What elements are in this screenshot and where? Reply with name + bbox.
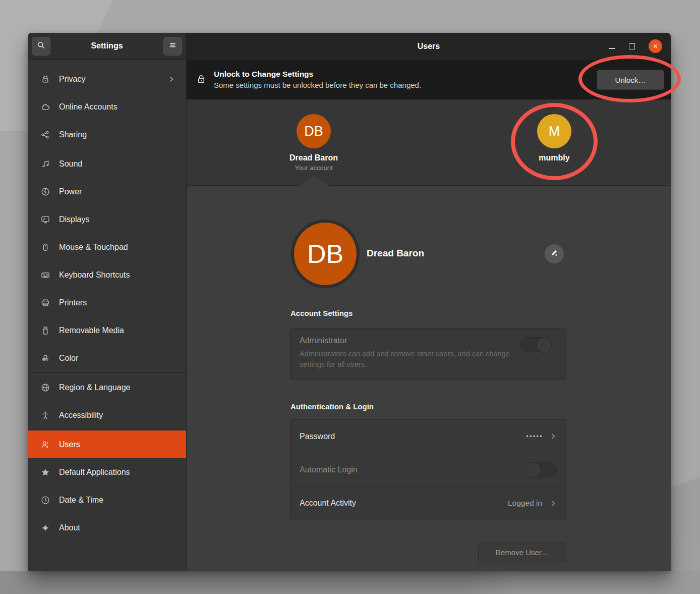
sidebar-item-label: Displays (59, 215, 175, 224)
users-icon (41, 440, 50, 449)
app-title: Settings (50, 41, 163, 50)
menu-button[interactable] (163, 37, 182, 56)
current-user-subtitle: Your account (273, 164, 354, 172)
page-title: Users (418, 42, 440, 51)
sidebar-item-label: Keyboard Shortcuts (59, 271, 175, 280)
password-label: Password (300, 432, 526, 441)
sidebar-item-label: Sharing (59, 130, 175, 139)
account-activity-value: Logged in (508, 499, 542, 508)
accessibility-icon (41, 411, 50, 420)
close-button[interactable] (649, 39, 662, 53)
sidebar-item-label: About (59, 523, 175, 532)
sidebar-item-label: Sound (59, 159, 175, 169)
sidebar-item-label: Printers (59, 298, 175, 307)
sound-icon (41, 159, 50, 169)
profile-name: Dread Baron (367, 248, 424, 259)
remove-user-button[interactable]: Remove User… (478, 543, 566, 562)
sidebar-item-color[interactable]: Color (28, 344, 186, 372)
user-carousel: DB Dread Baron Your account M mumbly (187, 99, 671, 186)
unlock-banner-text: Unlock to Change Settings Some settings … (214, 70, 421, 89)
sidebar-item-printers[interactable]: Printers (28, 289, 186, 316)
sidebar-item-region-language[interactable]: Region & Language (28, 373, 186, 401)
sidebar-item-label: Accessibility (59, 411, 175, 420)
content-headerbar: Users (187, 33, 671, 60)
user-chip-mumbly[interactable]: M mumbly (514, 114, 595, 163)
sidebar-item-label: Default Applications (59, 468, 175, 477)
account-activity-label: Account Activity (300, 499, 508, 508)
automatic-login-toggle[interactable] (526, 462, 557, 477)
unlock-banner: Unlock to Change Settings Some settings … (187, 60, 671, 99)
sidebar-item-label: Users (59, 440, 175, 449)
sidebar-separator (28, 429, 186, 430)
edit-name-button[interactable] (545, 244, 564, 263)
sidebar-item-displays[interactable]: Displays (28, 205, 186, 233)
chevron-right-icon (549, 433, 557, 440)
share-icon (41, 130, 50, 139)
sidebar-item-privacy[interactable]: Privacy (28, 65, 186, 93)
automatic-login-row: Automatic Login (290, 453, 566, 486)
search-icon (37, 41, 45, 51)
sidebar-item-removable-media[interactable]: Removable Media (28, 316, 186, 344)
profile-avatar[interactable]: DB (294, 223, 357, 285)
desktop-background-right-shade (671, 424, 700, 571)
unlock-banner-subtitle: Some settings must be unlocked before th… (214, 81, 421, 89)
sidebar-item-default-applications[interactable]: Default Applications (28, 458, 186, 486)
chevron-right-icon (549, 500, 557, 507)
auth-login-list: Password ••••• Automatic Login Account A… (290, 419, 566, 520)
toggle-knob (536, 337, 552, 353)
desktop-background-bottom-band (0, 571, 700, 594)
selected-user-pointer (300, 176, 329, 186)
sidebar-item-list: PrivacyOnline AccountsSharingSoundPowerD… (28, 60, 186, 571)
globe-icon (41, 383, 50, 392)
user-details: DB Dread Baron Account Settings Administ… (187, 186, 671, 571)
sidebar-item-keyboard-shortcuts[interactable]: Keyboard Shortcuts (28, 261, 186, 289)
sidebar-item-online-accounts[interactable]: Online Accounts (28, 93, 186, 121)
sidebar-item-label: Date & Time (59, 496, 175, 505)
sidebar: Settings PrivacyOnline AccountsSharingSo… (28, 33, 187, 571)
sidebar-item-label: Power (59, 187, 175, 196)
administrator-row: Administrator Administrators can add and… (290, 328, 566, 380)
current-user-avatar: DB (297, 114, 331, 148)
sidebar-item-label: Removable Media (59, 326, 175, 335)
unlock-button[interactable]: Unlock… (597, 70, 664, 90)
sidebar-item-about[interactable]: About (28, 514, 186, 542)
media-icon (41, 326, 50, 335)
toggle-knob (526, 462, 541, 478)
sidebar-item-label: Mouse & Touchpad (59, 243, 175, 252)
administrator-toggle[interactable] (520, 337, 552, 352)
sidebar-item-accessibility[interactable]: Accessibility (28, 401, 186, 429)
display-icon (41, 215, 50, 224)
unlock-banner-title: Unlock to Change Settings (214, 70, 421, 79)
account-activity-row[interactable]: Account Activity Logged in (290, 487, 566, 520)
users-panel: Users Unlock to Change Settings Some set… (187, 33, 671, 571)
keyboard-icon (41, 271, 50, 280)
administrator-description: Administrators can add and remove other … (300, 349, 511, 370)
password-row[interactable]: Password ••••• (290, 420, 566, 453)
account-settings-heading: Account Settings (290, 309, 353, 317)
sidebar-separator (28, 149, 186, 149)
chevron-right-icon (168, 76, 175, 83)
star-icon (41, 468, 50, 477)
sidebar-item-power[interactable]: Power (28, 178, 186, 205)
sidebar-item-mouse-touchpad[interactable]: Mouse & Touchpad (28, 233, 186, 261)
administrator-label: Administrator (300, 336, 557, 345)
sidebar-item-label: Color (59, 354, 175, 363)
sidebar-item-users[interactable]: Users (28, 430, 186, 458)
automatic-login-label: Automatic Login (300, 465, 526, 474)
lock-icon (41, 75, 50, 84)
clock-icon (41, 496, 50, 505)
close-icon (652, 43, 659, 49)
sidebar-item-sharing[interactable]: Sharing (28, 121, 186, 148)
sidebar-item-sound[interactable]: Sound (28, 150, 186, 178)
settings-window: Settings PrivacyOnline AccountsSharingSo… (28, 33, 671, 571)
hamburger-menu-icon (168, 41, 177, 51)
maximize-button[interactable] (629, 43, 635, 49)
lock-icon (196, 74, 206, 84)
sidebar-item-label: Region & Language (59, 383, 175, 392)
current-user-name: Dread Baron (273, 153, 354, 163)
sidebar-item-date-time[interactable]: Date & Time (28, 486, 186, 514)
user-chip-dread-baron[interactable]: DB Dread Baron Your account (273, 114, 354, 172)
search-button[interactable] (32, 37, 50, 56)
minimize-button[interactable] (609, 48, 615, 49)
sidebar-separator (28, 372, 186, 373)
